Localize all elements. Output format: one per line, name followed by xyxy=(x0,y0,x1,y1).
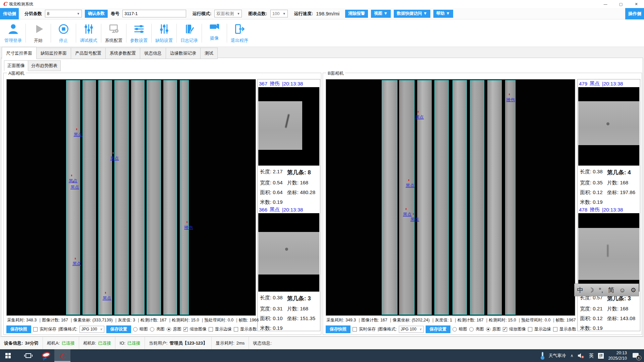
status-io: IO: 已连接 xyxy=(115,337,145,349)
snipping-tool-button[interactable]: ✂ xyxy=(38,349,54,362)
ime-settings-gear-icon[interactable]: ⚙ xyxy=(631,287,636,293)
tab-test[interactable]: 测试 xyxy=(201,48,218,59)
show-edge-label: 显示边缘 xyxy=(534,326,551,332)
operate-side-button[interactable]: 操作侧 xyxy=(625,8,644,19)
app-window: C 视觉检测系统 — ▢ ✕ 传动侧 分切条数 8▼ 确认条数 卷号 运行模式:… xyxy=(0,0,644,362)
dark-image-radio[interactable] xyxy=(133,327,138,331)
subtab-front-image[interactable]: 正面图像 xyxy=(4,60,28,71)
notification-button[interactable]: 6 xyxy=(633,353,640,359)
action-system-config[interactable]: 系统配置 xyxy=(102,23,125,44)
defect-annotation: 黑点 xyxy=(103,295,111,301)
tab-system-param-config[interactable]: 系统参数配置 xyxy=(106,48,140,59)
stat-value: 0.31 xyxy=(273,306,282,311)
defect-card-header: 478 挫伤 |20:13:38 xyxy=(578,206,639,213)
action-exit-program[interactable]: 退出程序 xyxy=(228,23,251,44)
defect-annotation: 黑点 xyxy=(411,217,419,223)
ime-emoji-icon[interactable]: ☺ xyxy=(619,287,626,293)
defect-card[interactable]: 366 黑点 |20:13:38 长度: 0.38 第几条: 3 宽度: 0.3… xyxy=(258,206,319,330)
ime-chinese-mode[interactable]: 中 xyxy=(577,287,583,293)
tab-defect-monitor[interactable]: 缺陷监控界面 xyxy=(37,48,71,59)
action-toolbar: 管理登录 开始 停止 调试模式 系统配置 参数设置 缺陷设置 日志记录 xyxy=(0,19,644,47)
status-label: 设备信息: xyxy=(4,340,23,346)
stop-icon xyxy=(57,23,70,37)
stat-label: 第几条: xyxy=(287,295,306,302)
original-image-radio[interactable] xyxy=(167,327,171,331)
view-menu-button[interactable]: 视图 ▼ xyxy=(371,10,391,18)
clock[interactable]: 20:13 2025/2/10 xyxy=(608,350,627,361)
drive-side-button[interactable]: 传动侧 xyxy=(0,8,19,19)
run-mode-select[interactable]: 双面检测▼ xyxy=(214,10,242,17)
tab-product-model-config[interactable]: 产品型号配置 xyxy=(71,48,106,59)
stat-label: 片数: xyxy=(607,180,619,185)
action-stop[interactable]: 停止 xyxy=(52,23,75,44)
defect-card[interactable]: 479 黑点 |20:13:38 长度: 0.38 第几条: 4 宽度: 0.3… xyxy=(578,80,639,203)
stat-value: 0.19 xyxy=(593,325,602,331)
show-count-checkbox[interactable] xyxy=(553,327,557,331)
save-snapshot-button[interactable]: 保存快照 xyxy=(6,325,31,333)
stat-value: 168 xyxy=(300,180,308,185)
save-snapshot-button[interactable]: 保存快照 xyxy=(326,325,351,333)
language-indicator[interactable]: 英 xyxy=(589,353,594,359)
minimize-button[interactable]: — xyxy=(598,0,613,8)
ime-punctuation-mode[interactable]: °, xyxy=(599,287,603,293)
task-view-button[interactable] xyxy=(20,349,36,362)
vision-app-taskbar-button[interactable]: C xyxy=(54,349,70,362)
tab-size-monitor[interactable]: 尺寸监控界面 xyxy=(2,47,37,59)
action-admin-login[interactable]: 管理登录 xyxy=(1,23,25,44)
stat-label: 坐标: xyxy=(607,189,619,195)
realtime-save-checkbox[interactable] xyxy=(33,327,38,331)
play-icon xyxy=(32,23,45,37)
bright-image-radio[interactable] xyxy=(469,327,474,331)
show-count-checkbox[interactable] xyxy=(234,327,238,331)
bright-image-radio[interactable] xyxy=(150,327,154,331)
defect-id: 478 xyxy=(579,207,587,213)
zoom-image-checkbox[interactable] xyxy=(183,327,188,331)
defect-annotation: 黑点 xyxy=(406,183,414,189)
clear-alarm-button[interactable]: 清除报警 xyxy=(345,10,368,18)
chart-points-select[interactable]: 100▼ xyxy=(270,10,288,17)
action-capture[interactable]: 摄像 xyxy=(203,20,226,41)
realtime-save-checkbox[interactable] xyxy=(353,327,357,331)
show-edge-checkbox[interactable] xyxy=(528,327,532,331)
image-format-select[interactable]: JPG 100∨ xyxy=(399,326,424,333)
thermometer-icon[interactable] xyxy=(541,352,544,360)
run-mode-label: 运行模式: xyxy=(193,11,211,17)
slit-count-select[interactable]: 8▼ xyxy=(45,10,82,17)
speed-label: 运行速度: xyxy=(294,11,313,17)
action-log-record[interactable]: 日志记录 xyxy=(177,23,201,44)
save-settings-button[interactable]: 保存设置 xyxy=(426,325,450,333)
ime-simplified-mode[interactable]: 简 xyxy=(608,287,614,293)
weather-text[interactable]: 天气寒冷 xyxy=(549,353,566,359)
action-defect-settings[interactable]: 缺陷设置 xyxy=(152,23,176,44)
ime-fullwidth-moon-icon[interactable]: ☽ xyxy=(588,287,594,293)
defect-card[interactable]: 367 挫伤 |20:13:38 长度: 2.17 第几条: 8 宽度: 0.5… xyxy=(258,80,319,203)
start-button[interactable] xyxy=(0,349,16,362)
image-format-select[interactable]: JPG 100∨ xyxy=(79,326,104,333)
defect-card[interactable]: 478 挫伤 |20:13:38 长度: 0.57 第几条: 3 宽度: 0.2… xyxy=(578,206,639,330)
action-label: 开始 xyxy=(34,38,43,44)
tab-edge-data-record[interactable]: 边缘数据记录 xyxy=(166,48,201,59)
maximize-button[interactable]: ▢ xyxy=(613,0,629,8)
data-quick-access-button[interactable]: 数据快捷访问 ▼ xyxy=(394,10,430,18)
action-parameter-settings[interactable]: 参数设置 xyxy=(127,23,151,44)
tray-expand-chevron-icon[interactable]: ∧ xyxy=(571,353,574,358)
action-label: 系统配置 xyxy=(105,38,122,44)
dark-image-radio[interactable] xyxy=(452,327,457,331)
action-debug-mode[interactable]: 调试模式 xyxy=(77,23,100,44)
confirm-count-button[interactable]: 确认条数 xyxy=(85,10,108,18)
help-menu-button[interactable]: 帮助 ▼ xyxy=(433,10,453,18)
save-settings-button[interactable]: 保存设置 xyxy=(106,325,131,333)
subtab-distribution-trend[interactable]: 分布趋势图表 xyxy=(28,60,61,71)
show-edge-checkbox[interactable] xyxy=(209,327,213,331)
tab-status-info[interactable]: 状态信息 xyxy=(140,48,166,59)
original-image-radio[interactable] xyxy=(486,327,490,331)
sliders-vertical-icon xyxy=(83,23,95,37)
roll-number-input[interactable] xyxy=(122,10,186,17)
zoom-image-checkbox[interactable] xyxy=(503,327,507,331)
defect-marker xyxy=(75,258,76,259)
stat-value: 0.35 xyxy=(593,180,602,185)
volume-muted-icon[interactable] xyxy=(578,353,584,359)
action-start[interactable]: 开始 xyxy=(26,23,50,44)
close-button[interactable]: ✕ xyxy=(629,0,644,8)
ime-pinyin-badge[interactable]: 拼 xyxy=(598,353,604,359)
